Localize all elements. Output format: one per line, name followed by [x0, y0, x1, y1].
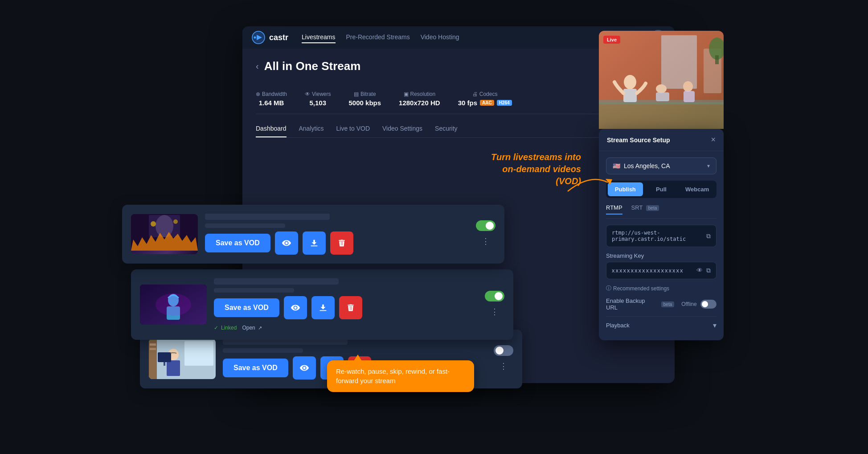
- stream-subtitle-placeholder-1: [205, 223, 285, 228]
- playback-row: Playback ▾: [606, 316, 717, 334]
- nav-tab-videohosting[interactable]: Video Hosting: [421, 32, 459, 43]
- save-vod-button-2[interactable]: Save as VOD: [214, 298, 279, 317]
- toggle-1[interactable]: [476, 220, 495, 231]
- stream-subtitle-placeholder-3: [223, 348, 303, 353]
- more-button-1[interactable]: ⋮: [478, 235, 493, 248]
- show-key-button[interactable]: 👁: [696, 267, 703, 274]
- card1-right: ⋮: [476, 220, 495, 248]
- source-panel-header: Stream Source Setup ×: [599, 129, 724, 151]
- download-button-2[interactable]: [311, 296, 335, 319]
- sub-nav-dashboard[interactable]: Dashboard: [256, 125, 287, 137]
- srt-tab[interactable]: SRT beta: [631, 204, 659, 215]
- stat-codecs: 🖨 Codecs 30 fps AAC H264: [458, 91, 512, 107]
- streaming-key-field: Streaming Key xxxxxxxxxxxxxxxxxxx 👁 ⧉: [606, 252, 717, 279]
- svg-rect-20: [150, 343, 156, 346]
- svg-rect-34: [684, 91, 695, 102]
- back-button[interactable]: ‹: [256, 61, 259, 71]
- more-button-3[interactable]: ⋮: [496, 359, 511, 373]
- source-panel-close-button[interactable]: ×: [711, 135, 716, 144]
- backup-beta-badge: beta: [661, 301, 674, 307]
- sub-nav-videosettings[interactable]: Video Settings: [382, 125, 422, 137]
- download-button-1[interactable]: [303, 231, 326, 255]
- svg-point-7: [173, 219, 178, 224]
- svg-point-2: [254, 37, 256, 39]
- external-link-icon[interactable]: ↗: [258, 325, 262, 331]
- aac-badge: AAC: [480, 100, 494, 106]
- vod-annotation: Turn livestreams intoon-demand videos(VO…: [491, 151, 581, 187]
- save-vod-button-1[interactable]: Save as VOD: [205, 234, 270, 252]
- preview-button-1[interactable]: [275, 231, 298, 255]
- open-label[interactable]: Open: [242, 325, 255, 331]
- bitrate-icon: ▤: [354, 91, 359, 97]
- source-type-tabs: Publish Pull Webcam: [606, 181, 717, 198]
- location-text: Los Angeles, CA: [624, 162, 670, 169]
- sub-nav-analytics[interactable]: Analytics: [299, 125, 324, 137]
- streaming-key-label: Streaming Key: [606, 252, 717, 259]
- bandwidth-value: 1.64 MB: [259, 99, 284, 107]
- stream-subtitle-placeholder-2: [214, 288, 294, 293]
- card3-right: ⋮: [494, 345, 513, 373]
- playback-chevron-icon[interactable]: ▾: [713, 321, 717, 330]
- stream-info-2: Save as VOD ✓ Linked Open ↗: [214, 278, 474, 331]
- linked-label: Linked: [221, 325, 237, 331]
- backup-url-toggle[interactable]: [700, 300, 717, 309]
- resolution-value: 1280x720 HD: [399, 99, 440, 107]
- info-icon: ⓘ: [606, 285, 611, 292]
- svg-point-33: [683, 81, 693, 92]
- sub-nav-livevod[interactable]: Live to VOD: [336, 125, 370, 137]
- toggle-2[interactable]: [485, 291, 504, 301]
- recommended-settings-link[interactable]: ⓘ Recommended settings: [606, 285, 717, 292]
- key-icon-group: 👁 ⧉: [696, 267, 711, 274]
- nav-tab-livestreams[interactable]: Livestreams: [302, 32, 335, 43]
- location-dropdown[interactable]: 🇺🇸 Los Angeles, CA ▾: [606, 157, 717, 174]
- copy-key-button[interactable]: ⧉: [706, 267, 711, 274]
- stream-source-panel: Stream Source Setup × 🇺🇸 Los Angeles, CA…: [599, 129, 724, 340]
- backup-url-row: Enable Backup URL beta Offline: [606, 297, 717, 311]
- tooltip-arrow: [354, 355, 362, 361]
- stream-title-placeholder-1: [205, 214, 330, 220]
- yoga-preview: [599, 31, 724, 129]
- source-panel-body: 🇺🇸 Los Angeles, CA ▾ Publish Pull Webcam…: [599, 151, 724, 340]
- stat-bandwidth: ⊗ Bandwidth 1.64 MB: [256, 91, 287, 107]
- save-vod-button-3[interactable]: Save as VOD: [223, 359, 288, 377]
- tooltip-text: Re-watch, pause, skip, rewind, or fast-f…: [336, 367, 450, 385]
- h264-badge: H264: [497, 100, 512, 106]
- delete-button-2[interactable]: [339, 296, 362, 319]
- nav-tab-prerecorded[interactable]: Pre-Recorded Streams: [346, 32, 410, 43]
- rtmp-url-container: rtmp://us-west-primary.castr.io/static ⧉: [606, 225, 717, 247]
- webcam-tab[interactable]: Webcam: [680, 182, 715, 196]
- delete-button-1[interactable]: [330, 231, 353, 255]
- protocol-tabs: RTMP SRT beta: [606, 204, 717, 219]
- svg-point-5: [156, 215, 173, 237]
- sub-nav-security[interactable]: Security: [435, 125, 458, 137]
- stream-info-1: Save as VOD: [205, 214, 465, 255]
- more-button-2[interactable]: ⋮: [487, 305, 502, 318]
- stat-resolution: ▣ Resolution 1280x720 HD: [399, 91, 440, 107]
- svg-rect-28: [661, 35, 697, 89]
- rtmp-tab[interactable]: RTMP: [606, 204, 622, 215]
- pull-tab[interactable]: Pull: [644, 182, 679, 196]
- copy-url-button[interactable]: ⧉: [706, 232, 711, 240]
- fps-value: 30 fps: [458, 99, 477, 107]
- linked-area: ✓ Linked Open ↗: [214, 325, 474, 331]
- chevron-down-icon: ▾: [707, 163, 710, 169]
- rtmp-url-text: rtmp://us-west-primary.castr.io/static: [612, 230, 706, 242]
- svg-point-29: [624, 75, 636, 89]
- linked-checkmark: ✓: [214, 325, 218, 331]
- vod-tooltip: Re-watch, pause, skip, rewind, or fast-f…: [327, 360, 474, 392]
- codecs-icon: 🖨: [472, 91, 478, 97]
- preview-button-3[interactable]: [293, 356, 316, 380]
- stream-thumb-2: [140, 285, 207, 325]
- toggle-3[interactable]: [494, 345, 513, 356]
- svg-rect-18: [164, 362, 165, 366]
- svg-point-6: [151, 221, 156, 227]
- bandwidth-icon: ⊗: [256, 91, 260, 97]
- live-badge-container: Live: [603, 35, 620, 43]
- viewers-icon: 👁: [305, 91, 310, 97]
- stream-card-2: Save as VOD ✓ Linked Open ↗ ⋮: [131, 269, 513, 340]
- svg-rect-23: [599, 102, 724, 129]
- preview-button-2[interactable]: [284, 296, 307, 319]
- stat-viewers: 👁 Viewers 5,103: [305, 91, 331, 107]
- stream-actions-2: Save as VOD: [214, 296, 474, 319]
- resolution-icon: ▣: [404, 91, 409, 97]
